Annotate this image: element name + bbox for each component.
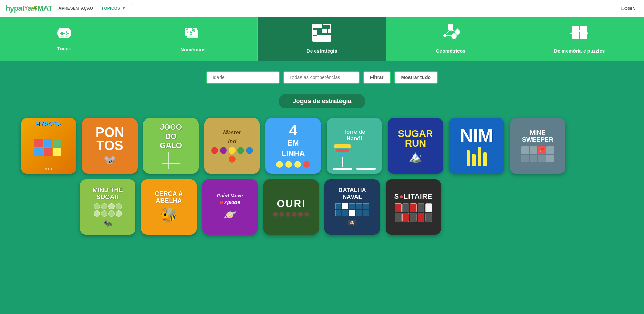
games-row-2: MIND THESUGAR 🐜 CERCA AABELHA 🐝 xyxy=(21,179,623,235)
filter-button[interactable]: Filtrar xyxy=(363,71,391,84)
chevron-down-icon: ▼ xyxy=(122,6,126,11)
games-row-1: HYPATIA ● ● ● PONTOS xyxy=(21,118,623,174)
cat-memoria[interactable]: De memória e puzzles xyxy=(515,17,644,61)
nav-apresentacao[interactable]: APRESENTAÇÃO xyxy=(56,5,95,12)
svg-point-6 xyxy=(66,34,67,35)
geo-icon xyxy=(439,24,462,45)
game-minesweeper[interactable]: MINESWEEPER 🚩 xyxy=(510,118,565,174)
svg-point-8 xyxy=(61,36,64,37)
svg-rect-27 xyxy=(322,35,331,41)
cat-numericos-label: Numéricos xyxy=(181,47,206,52)
svg-text:4: 4 xyxy=(186,27,188,31)
filter-row: Filtrar Mostrar tudo xyxy=(21,71,623,84)
svg-point-7 xyxy=(64,33,65,34)
category-bar: Todos 5 3 8 2 4 Numéricos xyxy=(0,17,644,61)
section-title-wrap: Jogos de estratégia xyxy=(21,94,623,108)
game-mind-the-sugar[interactable]: MIND THESUGAR 🐜 xyxy=(80,179,135,235)
game-cerca-a-abelha[interactable]: CERCA AABELHA 🐝 xyxy=(141,179,197,235)
cat-estrategia-label: De estratégia xyxy=(307,48,337,54)
cat-memoria-label: De memória e puzzles xyxy=(554,48,605,54)
cat-geometricos-label: Geométricos xyxy=(436,48,465,54)
game-batalha-naval[interactable]: BATALHANAVAL 🏴‍☠️ xyxy=(324,179,380,235)
svg-text:2: 2 xyxy=(191,28,193,31)
game-mastermind[interactable]: Master Ind xyxy=(204,118,260,174)
svg-point-10 xyxy=(59,36,61,37)
main-content: Filtrar Mostrar tudo Jogos de estratégia… xyxy=(0,61,644,251)
search-input[interactable] xyxy=(132,4,614,13)
game-hypatia[interactable]: HYPATIA ● ● ● xyxy=(21,118,76,174)
strategy-icon xyxy=(312,24,331,45)
game-sugar-run[interactable]: SUGARRUN 🏔️ xyxy=(388,118,443,174)
game-4-em-linha[interactable]: 4 EM LINHA xyxy=(265,118,321,174)
show-all-button[interactable]: Mostrar tudo xyxy=(394,71,438,84)
svg-point-37 xyxy=(451,33,457,39)
svg-line-38 xyxy=(446,30,451,33)
header: hypatYa🌿MAT APRESENTAÇÃO TÓPICOS ▼ LOGIN xyxy=(0,0,644,17)
cat-numericos[interactable]: 5 3 8 2 4 Numéricos xyxy=(129,17,258,61)
game-ouri[interactable]: OURI xyxy=(263,179,319,235)
svg-point-5 xyxy=(67,33,69,34)
svg-rect-25 xyxy=(317,34,322,41)
login-button[interactable]: LOGIN xyxy=(619,5,638,13)
game-pontos[interactable]: PONTOS 🐭 xyxy=(82,118,138,174)
puzzle-icon xyxy=(569,24,590,45)
svg-rect-26 xyxy=(313,36,317,41)
game-point-move-explode[interactable]: Point Movee xplode 🪐 xyxy=(202,179,258,235)
competencias-filter[interactable] xyxy=(283,71,360,84)
section-title: Jogos de estratégia xyxy=(279,94,365,108)
cat-estrategia[interactable]: De estratégia xyxy=(258,17,387,61)
nav-topicos[interactable]: TÓPICOS ▼ xyxy=(99,5,128,12)
svg-point-9 xyxy=(65,36,68,37)
svg-point-4 xyxy=(66,31,67,33)
svg-line-39 xyxy=(451,30,455,31)
svg-point-11 xyxy=(67,36,69,37)
numbers-icon: 5 3 8 2 4 xyxy=(184,25,202,43)
svg-rect-34 xyxy=(448,24,453,30)
game-solitaire[interactable]: S●LITAIRE xyxy=(386,179,441,235)
game-nim[interactable]: NIM xyxy=(449,118,504,174)
svg-rect-23 xyxy=(322,24,327,29)
game-jogo-do-galo[interactable]: JOGODOGALO xyxy=(143,118,199,174)
game-torre-de-hanoi[interactable]: Torre deHanói xyxy=(327,118,382,174)
svg-rect-20 xyxy=(313,24,322,29)
logo[interactable]: hypatYa🌿MAT xyxy=(6,4,52,13)
gamepad-icon xyxy=(55,26,73,42)
cat-geometricos[interactable]: Geométricos xyxy=(386,17,515,61)
cat-todos[interactable]: Todos xyxy=(0,17,129,61)
age-filter[interactable] xyxy=(206,71,280,84)
svg-rect-3 xyxy=(60,33,64,34)
svg-rect-21 xyxy=(313,30,317,35)
cat-todos-label: Todos xyxy=(57,46,71,51)
